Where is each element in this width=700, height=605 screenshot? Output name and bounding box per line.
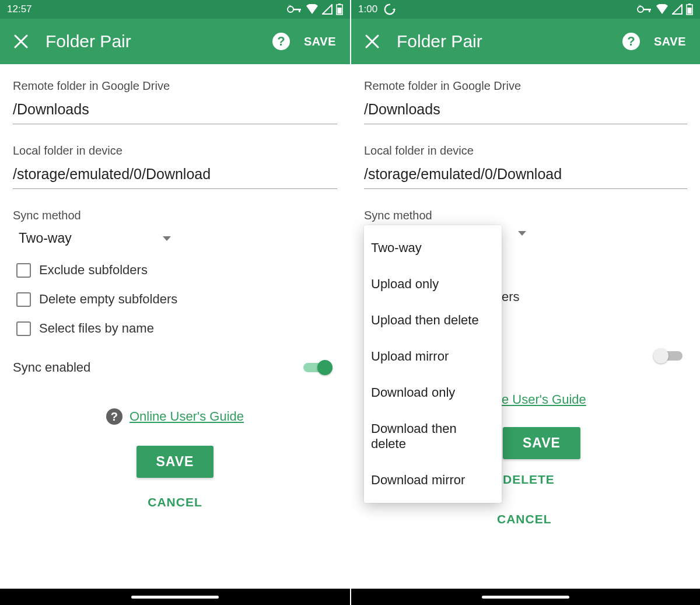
checkbox-delete-empty-subfolders[interactable]: Delete empty subfolders <box>13 285 337 314</box>
guide-row: ? Online User's Guide <box>13 408 337 425</box>
local-folder-input[interactable]: /storage/emulated/0/Download <box>13 166 337 189</box>
page-title: Folder Pair <box>397 32 622 51</box>
dropdown-option-upload-only[interactable]: Upload only <box>364 266 502 302</box>
checkbox-label: Select files by name <box>39 321 154 336</box>
wifi-icon <box>656 4 668 15</box>
close-button[interactable] <box>358 27 386 55</box>
close-button[interactable] <box>7 27 35 55</box>
battery-icon <box>336 4 343 15</box>
svg-rect-14 <box>688 8 692 14</box>
sync-enabled-row: Sync enabled <box>13 359 337 376</box>
dropdown-option-two-way[interactable]: Two-way <box>364 230 502 266</box>
navigation-bar <box>351 589 700 605</box>
sync-method-label: Sync method <box>13 209 337 222</box>
svg-rect-6 <box>338 8 342 14</box>
save-button[interactable]: SAVE <box>136 446 214 478</box>
checkbox-label: Exclude subfolders <box>39 263 148 278</box>
page-title: Folder Pair <box>46 32 272 51</box>
status-time: 12:57 <box>7 4 32 15</box>
chevron-down-icon <box>163 236 171 241</box>
svg-rect-10 <box>649 9 650 12</box>
status-time: 1:00 <box>358 4 377 15</box>
help-button[interactable]: ? <box>622 33 640 50</box>
sync-enabled-switch[interactable] <box>303 359 332 376</box>
delete-button[interactable]: DELETE <box>503 473 555 487</box>
screen-1: 12:57 G Folder Pair ? SAVE Remote folder… <box>0 0 350 605</box>
dropdown-option-download-mirror[interactable]: Download mirror <box>364 462 502 498</box>
help-icon-circle: ? <box>106 408 123 425</box>
checkbox-select-files-by-name[interactable]: Select files by name <box>13 314 337 343</box>
remote-folder-label: Remote folder in Google Drive <box>364 79 687 93</box>
close-icon <box>13 34 29 49</box>
wifi-icon <box>306 4 318 15</box>
status-bar: 12:57 G <box>0 0 350 19</box>
sync-enabled-label: Sync enabled <box>13 360 90 375</box>
switch-thumb <box>653 348 668 363</box>
remote-folder-input[interactable]: /Downloads <box>13 101 337 124</box>
dropdown-option-download-then-delete[interactable]: Download then delete <box>364 411 502 462</box>
close-icon <box>365 34 380 49</box>
checkbox-icon <box>16 292 31 307</box>
local-folder-label: Local folder in device <box>364 144 687 158</box>
dropdown-option-upload-mirror[interactable]: Upload mirror <box>364 338 502 375</box>
nav-home-pill[interactable] <box>482 596 569 599</box>
help-icon: ? <box>627 34 635 49</box>
dropdown-option-upload-then-delete[interactable]: Upload then delete <box>364 302 502 338</box>
cancel-button[interactable]: CANCEL <box>497 512 552 526</box>
local-folder-input[interactable]: /storage/emulated/0/Download <box>364 166 687 189</box>
sync-method-label: Sync method <box>364 209 687 222</box>
sync-method-value: Two-way <box>19 230 72 246</box>
status-icons: G <box>287 4 343 15</box>
battery-icon <box>686 4 693 15</box>
chevron-down-icon <box>518 231 526 246</box>
bg-checkbox-fragment: ers <box>502 289 520 305</box>
switch-thumb <box>317 360 332 375</box>
status-bar: 1:00 G <box>351 0 700 19</box>
signal-icon <box>322 4 332 15</box>
remote-folder-input[interactable]: /Downloads <box>364 101 687 124</box>
svg-point-0 <box>288 6 293 12</box>
svg-text:G: G <box>289 5 292 7</box>
local-folder-label: Local folder in device <box>13 144 337 158</box>
signal-icon <box>672 4 682 15</box>
remote-folder-label: Remote folder in Google Drive <box>13 79 337 93</box>
sync-method-dropdown-menu: Two-way Upload only Upload then delete U… <box>364 225 502 503</box>
checkbox-icon <box>16 321 31 336</box>
app-bar: Folder Pair ? SAVE <box>0 19 350 64</box>
checkbox-exclude-subfolders[interactable]: Exclude subfolders <box>13 256 337 285</box>
sync-method-dropdown[interactable]: Two-way <box>13 227 173 250</box>
online-users-guide-link[interactable]: e User's Guide <box>502 392 586 407</box>
key-icon: G <box>287 5 302 14</box>
checkbox-label: Delete empty subfolders <box>39 292 177 307</box>
content-area: Remote folder in Google Drive /Downloads… <box>351 64 700 605</box>
save-button[interactable]: SAVE <box>503 427 580 459</box>
sync-enabled-switch[interactable] <box>653 348 682 364</box>
content-area: Remote folder in Google Drive /Downloads… <box>0 64 350 605</box>
status-icons: G <box>637 4 693 15</box>
appbar-save-button[interactable]: SAVE <box>650 30 690 53</box>
screen-2: 1:00 G Folder Pair ? SAVE Remote folder … <box>350 0 700 605</box>
help-button[interactable]: ? <box>272 33 290 50</box>
checkbox-icon <box>16 263 31 278</box>
cancel-button[interactable]: CANCEL <box>148 495 202 509</box>
nav-home-pill[interactable] <box>131 596 219 599</box>
svg-text:G: G <box>639 5 642 7</box>
key-icon: G <box>637 5 652 14</box>
svg-point-8 <box>638 6 643 12</box>
appbar-save-button[interactable]: SAVE <box>300 30 340 53</box>
sync-spinner-icon <box>383 3 396 16</box>
svg-rect-2 <box>299 9 300 12</box>
app-bar: Folder Pair ? SAVE <box>351 19 700 64</box>
navigation-bar <box>0 589 350 605</box>
help-icon: ? <box>277 34 285 49</box>
online-users-guide-link[interactable]: Online User's Guide <box>130 409 244 424</box>
dropdown-option-download-only[interactable]: Download only <box>364 375 502 411</box>
